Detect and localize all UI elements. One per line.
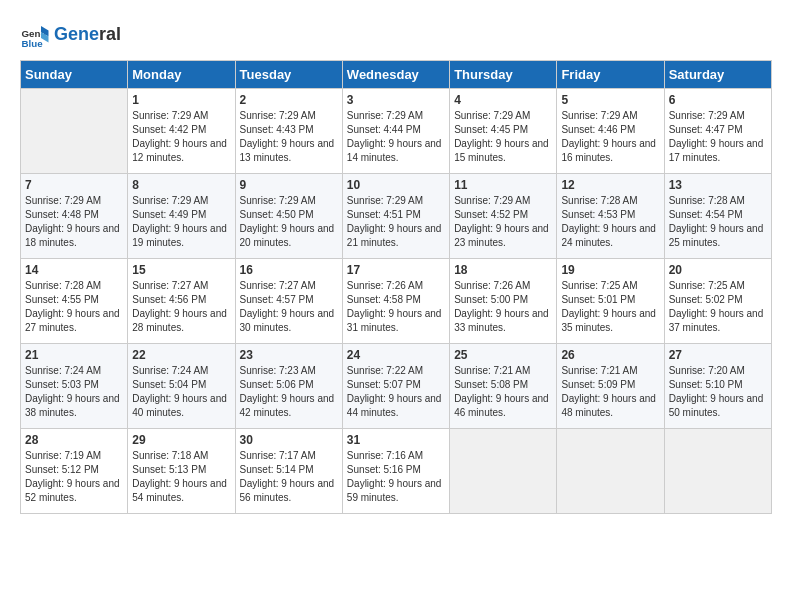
sunrise-label: Sunrise: 7:25 AM	[561, 280, 637, 291]
day-cell: 12 Sunrise: 7:28 AM Sunset: 4:53 PM Dayl…	[557, 174, 664, 259]
daylight-label: Daylight: 9 hours and 37 minutes.	[669, 308, 764, 333]
sunrise-label: Sunrise: 7:23 AM	[240, 365, 316, 376]
daylight-label: Daylight: 9 hours and 18 minutes.	[25, 223, 120, 248]
day-cell: 24 Sunrise: 7:22 AM Sunset: 5:07 PM Dayl…	[342, 344, 449, 429]
daylight-label: Daylight: 9 hours and 50 minutes.	[669, 393, 764, 418]
sunrise-label: Sunrise: 7:27 AM	[240, 280, 316, 291]
daylight-label: Daylight: 9 hours and 38 minutes.	[25, 393, 120, 418]
day-number: 28	[25, 433, 123, 447]
day-number: 13	[669, 178, 767, 192]
sunset-label: Sunset: 5:09 PM	[561, 379, 635, 390]
day-info: Sunrise: 7:17 AM Sunset: 5:14 PM Dayligh…	[240, 449, 338, 505]
daylight-label: Daylight: 9 hours and 52 minutes.	[25, 478, 120, 503]
day-number: 27	[669, 348, 767, 362]
day-info: Sunrise: 7:26 AM Sunset: 5:00 PM Dayligh…	[454, 279, 552, 335]
day-cell: 27 Sunrise: 7:20 AM Sunset: 5:10 PM Dayl…	[664, 344, 771, 429]
sunset-label: Sunset: 4:45 PM	[454, 124, 528, 135]
day-cell: 18 Sunrise: 7:26 AM Sunset: 5:00 PM Dayl…	[450, 259, 557, 344]
day-cell: 19 Sunrise: 7:25 AM Sunset: 5:01 PM Dayl…	[557, 259, 664, 344]
day-info: Sunrise: 7:19 AM Sunset: 5:12 PM Dayligh…	[25, 449, 123, 505]
sunrise-label: Sunrise: 7:29 AM	[669, 110, 745, 121]
day-info: Sunrise: 7:28 AM Sunset: 4:54 PM Dayligh…	[669, 194, 767, 250]
day-info: Sunrise: 7:18 AM Sunset: 5:13 PM Dayligh…	[132, 449, 230, 505]
sunset-label: Sunset: 4:47 PM	[669, 124, 743, 135]
day-cell: 22 Sunrise: 7:24 AM Sunset: 5:04 PM Dayl…	[128, 344, 235, 429]
daylight-label: Daylight: 9 hours and 24 minutes.	[561, 223, 656, 248]
day-cell	[557, 429, 664, 514]
daylight-label: Daylight: 9 hours and 13 minutes.	[240, 138, 335, 163]
day-cell: 16 Sunrise: 7:27 AM Sunset: 4:57 PM Dayl…	[235, 259, 342, 344]
day-info: Sunrise: 7:24 AM Sunset: 5:04 PM Dayligh…	[132, 364, 230, 420]
day-number: 20	[669, 263, 767, 277]
day-cell: 23 Sunrise: 7:23 AM Sunset: 5:06 PM Dayl…	[235, 344, 342, 429]
day-number: 1	[132, 93, 230, 107]
daylight-label: Daylight: 9 hours and 54 minutes.	[132, 478, 227, 503]
day-cell: 1 Sunrise: 7:29 AM Sunset: 4:42 PM Dayli…	[128, 89, 235, 174]
day-number: 14	[25, 263, 123, 277]
daylight-label: Daylight: 9 hours and 17 minutes.	[669, 138, 764, 163]
sunrise-label: Sunrise: 7:29 AM	[454, 110, 530, 121]
day-number: 5	[561, 93, 659, 107]
day-cell: 29 Sunrise: 7:18 AM Sunset: 5:13 PM Dayl…	[128, 429, 235, 514]
day-cell: 20 Sunrise: 7:25 AM Sunset: 5:02 PM Dayl…	[664, 259, 771, 344]
day-info: Sunrise: 7:23 AM Sunset: 5:06 PM Dayligh…	[240, 364, 338, 420]
day-number: 21	[25, 348, 123, 362]
sunset-label: Sunset: 4:43 PM	[240, 124, 314, 135]
header-saturday: Saturday	[664, 61, 771, 89]
sunset-label: Sunset: 5:14 PM	[240, 464, 314, 475]
daylight-label: Daylight: 9 hours and 16 minutes.	[561, 138, 656, 163]
day-cell: 10 Sunrise: 7:29 AM Sunset: 4:51 PM Dayl…	[342, 174, 449, 259]
day-number: 6	[669, 93, 767, 107]
sunrise-label: Sunrise: 7:29 AM	[132, 110, 208, 121]
sunset-label: Sunset: 4:46 PM	[561, 124, 635, 135]
day-number: 16	[240, 263, 338, 277]
day-number: 8	[132, 178, 230, 192]
day-info: Sunrise: 7:28 AM Sunset: 4:55 PM Dayligh…	[25, 279, 123, 335]
day-info: Sunrise: 7:29 AM Sunset: 4:46 PM Dayligh…	[561, 109, 659, 165]
sunset-label: Sunset: 4:58 PM	[347, 294, 421, 305]
day-info: Sunrise: 7:28 AM Sunset: 4:53 PM Dayligh…	[561, 194, 659, 250]
day-cell	[664, 429, 771, 514]
day-cell: 28 Sunrise: 7:19 AM Sunset: 5:12 PM Dayl…	[21, 429, 128, 514]
daylight-label: Daylight: 9 hours and 19 minutes.	[132, 223, 227, 248]
sunset-label: Sunset: 5:13 PM	[132, 464, 206, 475]
day-info: Sunrise: 7:16 AM Sunset: 5:16 PM Dayligh…	[347, 449, 445, 505]
day-info: Sunrise: 7:29 AM Sunset: 4:51 PM Dayligh…	[347, 194, 445, 250]
sunset-label: Sunset: 4:48 PM	[25, 209, 99, 220]
day-cell: 31 Sunrise: 7:16 AM Sunset: 5:16 PM Dayl…	[342, 429, 449, 514]
day-number: 23	[240, 348, 338, 362]
day-info: Sunrise: 7:25 AM Sunset: 5:01 PM Dayligh…	[561, 279, 659, 335]
day-cell: 15 Sunrise: 7:27 AM Sunset: 4:56 PM Dayl…	[128, 259, 235, 344]
sunrise-label: Sunrise: 7:20 AM	[669, 365, 745, 376]
sunset-label: Sunset: 4:57 PM	[240, 294, 314, 305]
day-cell	[21, 89, 128, 174]
sunset-label: Sunset: 4:56 PM	[132, 294, 206, 305]
daylight-label: Daylight: 9 hours and 21 minutes.	[347, 223, 442, 248]
day-cell: 30 Sunrise: 7:17 AM Sunset: 5:14 PM Dayl…	[235, 429, 342, 514]
sunrise-label: Sunrise: 7:24 AM	[132, 365, 208, 376]
daylight-label: Daylight: 9 hours and 35 minutes.	[561, 308, 656, 333]
day-number: 15	[132, 263, 230, 277]
sunrise-label: Sunrise: 7:29 AM	[25, 195, 101, 206]
day-cell	[450, 429, 557, 514]
sunset-label: Sunset: 4:42 PM	[132, 124, 206, 135]
day-number: 26	[561, 348, 659, 362]
day-info: Sunrise: 7:25 AM Sunset: 5:02 PM Dayligh…	[669, 279, 767, 335]
day-number: 31	[347, 433, 445, 447]
day-info: Sunrise: 7:29 AM Sunset: 4:45 PM Dayligh…	[454, 109, 552, 165]
day-number: 30	[240, 433, 338, 447]
sunset-label: Sunset: 5:16 PM	[347, 464, 421, 475]
day-cell: 14 Sunrise: 7:28 AM Sunset: 4:55 PM Dayl…	[21, 259, 128, 344]
daylight-label: Daylight: 9 hours and 56 minutes.	[240, 478, 335, 503]
week-row-3: 14 Sunrise: 7:28 AM Sunset: 4:55 PM Dayl…	[21, 259, 772, 344]
daylight-label: Daylight: 9 hours and 59 minutes.	[347, 478, 442, 503]
sunrise-label: Sunrise: 7:25 AM	[669, 280, 745, 291]
header-tuesday: Tuesday	[235, 61, 342, 89]
header-row: SundayMondayTuesdayWednesdayThursdayFrid…	[21, 61, 772, 89]
sunset-label: Sunset: 4:51 PM	[347, 209, 421, 220]
sunrise-label: Sunrise: 7:29 AM	[240, 110, 316, 121]
day-info: Sunrise: 7:29 AM Sunset: 4:44 PM Dayligh…	[347, 109, 445, 165]
day-info: Sunrise: 7:29 AM Sunset: 4:42 PM Dayligh…	[132, 109, 230, 165]
day-cell: 5 Sunrise: 7:29 AM Sunset: 4:46 PM Dayli…	[557, 89, 664, 174]
daylight-label: Daylight: 9 hours and 33 minutes.	[454, 308, 549, 333]
